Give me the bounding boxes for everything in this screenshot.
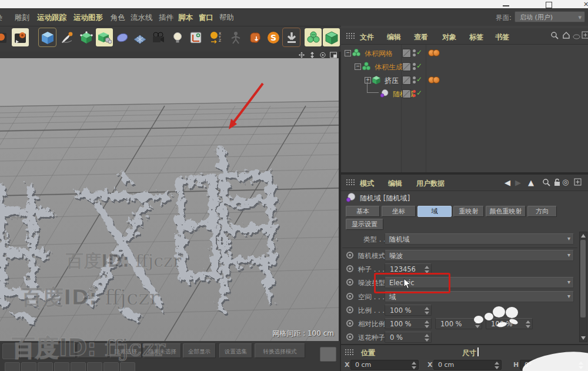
pen-tool-icon[interactable]: [58, 28, 75, 46]
set-selection-button[interactable]: 设置选集: [219, 343, 252, 358]
floor-icon[interactable]: [131, 28, 148, 46]
volume-builder-object-icon[interactable]: [362, 62, 371, 73]
menu-motion-tracker[interactable]: 运动跟踪: [37, 13, 66, 23]
expand-toggle-icon[interactable]: −: [345, 50, 351, 56]
download-icon[interactable]: [283, 28, 300, 46]
render-visibility-dot[interactable]: [413, 81, 416, 83]
scrollbar-thumb[interactable]: [580, 240, 586, 317]
relative-scale-x-field[interactable]: 100 %: [385, 318, 432, 329]
enabled-check-icon[interactable]: ✓: [416, 62, 422, 70]
size-x-field[interactable]: 0 cm: [433, 360, 502, 370]
spinner-icon[interactable]: [411, 362, 416, 369]
volume-mesher-icon[interactable]: [323, 28, 340, 46]
random-field-object-icon[interactable]: [380, 89, 389, 100]
record-icon[interactable]: [346, 265, 353, 272]
tab-display-settings[interactable]: 显示设置: [346, 219, 383, 230]
editor-visibility-dot[interactable]: [413, 63, 416, 66]
record-icon[interactable]: [346, 279, 353, 286]
show-all-button[interactable]: 全部显示: [183, 343, 216, 358]
object-row-volume-builder[interactable]: − 体积生成 ✓: [341, 61, 588, 73]
spinner-icon[interactable]: [525, 320, 530, 328]
spinner-icon[interactable]: [424, 307, 429, 315]
am-menu-mode[interactable]: 模式: [360, 179, 374, 189]
menu-plugins[interactable]: 插件: [159, 13, 173, 23]
history-forward-icon[interactable]: ▶: [515, 178, 521, 187]
scroll-up-icon[interactable]: [581, 234, 586, 238]
enabled-check-icon[interactable]: ✓: [416, 89, 422, 97]
layer-color-swatch[interactable]: [402, 49, 411, 58]
zoom-view-icon[interactable]: [308, 52, 316, 58]
type-dropdown[interactable]: 随机域▾: [385, 233, 574, 245]
bottom-tool-icon[interactable]: [320, 347, 336, 362]
am-menu-userdata[interactable]: 用户数据: [416, 179, 445, 189]
object-name[interactable]: 挤压: [385, 76, 399, 86]
menu-character[interactable]: 角色: [111, 13, 125, 23]
target-icon[interactable]: ◎: [562, 178, 569, 186]
enabled-check-icon[interactable]: ✓: [416, 75, 422, 83]
search-icon[interactable]: [550, 31, 559, 41]
character-icon[interactable]: [227, 28, 244, 46]
menu-pipeline[interactable]: 流水线: [131, 13, 153, 23]
array-generator-icon[interactable]: [96, 28, 113, 46]
spinner-icon[interactable]: [424, 320, 429, 328]
camera-icon[interactable]: [149, 28, 166, 46]
pan-view-icon[interactable]: [298, 52, 306, 58]
spinner-icon[interactable]: [494, 362, 499, 369]
workplane-icon[interactable]: [187, 28, 204, 46]
om-menu-bookmarks[interactable]: 书签: [495, 32, 509, 42]
dock-icon[interactable]: [582, 31, 588, 41]
volume-builder-icon[interactable]: [305, 28, 322, 46]
record-icon[interactable]: [346, 306, 353, 313]
convert-selection-button[interactable]: 转换选择模式: [255, 343, 305, 358]
tab-basic[interactable]: 基本: [346, 206, 380, 217]
layer-color-swatch[interactable]: [402, 89, 411, 98]
volume-mesher-object-icon[interactable]: [352, 48, 361, 59]
editor-visibility-dot[interactable]: [413, 90, 416, 93]
menu-help[interactable]: 帮助: [219, 13, 234, 23]
panel-grip-icon[interactable]: [346, 179, 355, 186]
layer-color-swatch[interactable]: [402, 76, 411, 85]
minimize-button[interactable]: [499, 1, 514, 8]
toggle-view-icon[interactable]: [329, 52, 338, 58]
om-menu-tags[interactable]: 标签: [469, 32, 483, 42]
expand-toggle-icon[interactable]: +: [365, 77, 371, 83]
tab-remapping[interactable]: 重映射: [453, 206, 484, 217]
layer-color-swatch[interactable]: [402, 62, 411, 71]
simulate-icon[interactable]: S: [265, 28, 282, 46]
scale-field[interactable]: 100 %: [385, 305, 432, 316]
coordinates-xyz-icon[interactable]: XYZ: [207, 28, 224, 46]
lock-icon[interactable]: [553, 178, 561, 188]
record-icon[interactable]: [346, 320, 353, 327]
subdivision-surface-icon[interactable]: [78, 28, 95, 46]
render-visibility-dot[interactable]: [413, 67, 416, 70]
object-row-volume-mesh[interactable]: − 体积网格 ✓: [341, 47, 588, 59]
tab-field[interactable]: 域: [417, 206, 452, 217]
render-settings-icon[interactable]: [12, 28, 29, 46]
home-icon[interactable]: [562, 31, 570, 41]
light-icon[interactable]: [169, 28, 186, 46]
dock-icon[interactable]: [574, 178, 582, 188]
am-menu-edit[interactable]: 编辑: [388, 179, 402, 189]
menu-script[interactable]: 脚本: [178, 13, 193, 23]
om-menu-file[interactable]: 文件: [360, 32, 374, 42]
render-view-icon[interactable]: [0, 28, 9, 46]
editor-visibility-dot[interactable]: [413, 49, 416, 52]
menu-sculpt[interactable]: 雕刻: [15, 13, 29, 23]
expand-toggle-icon[interactable]: −: [355, 63, 361, 70]
parent-up-icon[interactable]: ▲: [528, 178, 534, 187]
render-visibility-dot[interactable]: [413, 54, 416, 56]
tab-color-remap[interactable]: 颜色重映射: [486, 206, 526, 217]
model-cube-icon[interactable]: [39, 28, 56, 46]
spinner-icon[interactable]: [424, 334, 429, 342]
attributes-scrollbar[interactable]: [579, 232, 587, 342]
panel-grip-icon[interactable]: [346, 32, 355, 40]
tab-direction[interactable]: 方向: [527, 206, 557, 217]
scroll-down-icon[interactable]: [581, 336, 586, 340]
om-menu-object[interactable]: 对象: [442, 32, 456, 42]
menu-window[interactable]: 窗口: [199, 13, 213, 23]
maximize-button[interactable]: [541, 1, 556, 8]
om-menu-view[interactable]: 查看: [414, 32, 428, 42]
filter-icon[interactable]: [573, 33, 580, 41]
object-row-extrude[interactable]: + 挤压 ✓: [341, 74, 588, 86]
tag-icon[interactable]: [433, 76, 440, 83]
